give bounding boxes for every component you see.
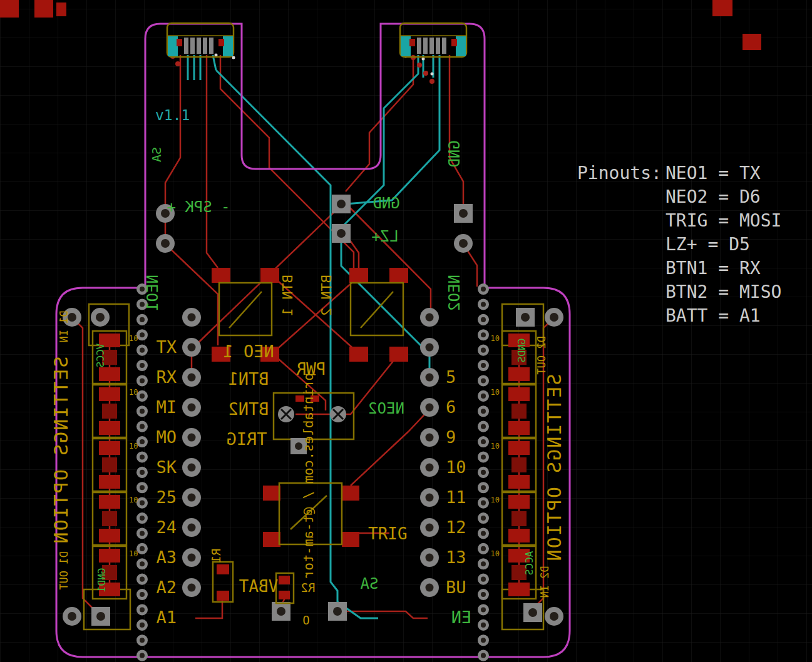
silk-o-mark: O [302, 613, 309, 627]
net-label-gnd-prong: GND [446, 140, 463, 167]
strip-value-label: 10 [129, 334, 138, 343]
pinouts-entry: TRIG = MOSI [666, 210, 781, 231]
net-label-neo2: NEO2 [446, 275, 463, 311]
pin-label-left: A3 [156, 547, 177, 567]
strip-value-label: 10 [129, 388, 138, 397]
net-label-spk: - SPK + [167, 198, 230, 216]
pin-label-right: 9 [446, 427, 456, 447]
net-label-accs: ACCS [523, 551, 535, 576]
net-label-gnds: GNDS [516, 339, 528, 363]
pinouts-entry: NEO2 = D6 [666, 186, 761, 207]
pin-label-right: 5 [446, 367, 456, 387]
pcb-editor-viewport: 10 10 10 10 10 [0, 0, 812, 662]
strip-value-label: 10 [491, 549, 500, 558]
pin-label-right: BU [446, 578, 466, 597]
silk-btn2-vert: BTN 2 [319, 275, 334, 316]
pinouts-entry: LZ+ = D5 [666, 234, 750, 255]
pin-label-right: 6 [446, 397, 456, 417]
pcb-canvas[interactable]: 10 10 10 10 10 [0, 0, 812, 662]
pin-label-left: 24 [156, 517, 177, 537]
pin-label-left: MI [156, 397, 177, 417]
net-label-vccs: VCCS [95, 344, 106, 368]
pin-label-left: A1 [156, 608, 177, 627]
pinouts-entry: BATT = A1 [666, 305, 761, 326]
pin-label-left: TX [156, 337, 177, 357]
silk-r1-label: R1 [209, 549, 223, 563]
silk-credit-label: printables.com / @t-am-tor [301, 373, 316, 579]
net-label-neo1: NEO1 [144, 275, 162, 311]
pinouts-entry: BTN2 = MISO [666, 282, 781, 302]
strip-value-label: 10 [491, 496, 500, 504]
pin-label-right: 13 [446, 547, 466, 567]
silk-trig-row: TRIG [226, 429, 267, 449]
strip-value-label: 10 [129, 442, 138, 451]
pin-label-left: MO [156, 427, 177, 447]
pin-label-left: 25 [156, 487, 177, 507]
silk-d2-out: D2 OUT [535, 336, 548, 374]
net-label-gnd1: GND1 [96, 568, 108, 593]
pinouts-entry: BTN1 = RX [666, 258, 761, 278]
silk-r2-label: R2 [301, 581, 316, 594]
strip-value-label: 10 [491, 442, 500, 451]
silk-btn1-vert: BTN 1 [280, 275, 296, 316]
silk-btn1-row: BTN1 [228, 369, 269, 389]
net-label-gnd: GND [373, 195, 399, 212]
strip-value-label: 10 [491, 334, 500, 343]
pin-label-left: RX [156, 367, 177, 387]
silk-settings-left: SETTINGS OPTION [50, 357, 72, 545]
silk-trig-right: TRIG [368, 524, 408, 543]
version-label: v1.1 [155, 107, 190, 123]
silk-neo1-row: NEO 1 [223, 342, 274, 361]
net-label-neo2-mid: NEO2 [368, 400, 404, 417]
pin-label-right: 11 [446, 487, 466, 507]
net-label-sa-top: SA [149, 147, 164, 162]
silk-btn2-row: BTN2 [228, 399, 269, 419]
pin-label-right: 12 [446, 517, 466, 537]
pinouts-entry: NEO1 = TX [666, 163, 761, 183]
silk-d1-in: D1 IN [58, 310, 70, 342]
pin-label-left: A2 [156, 578, 177, 597]
silk-settings-right: SETTINGS OPTION [543, 374, 565, 563]
strip-value-label: 10 [129, 496, 138, 504]
net-label-en: EN [451, 608, 472, 627]
pinouts-label: Pinouts: [577, 163, 662, 183]
silk-d1-out: D1 OUT [58, 551, 70, 589]
strip-value-label: 10 [129, 549, 138, 558]
net-label-lz: LZ+ [371, 228, 398, 245]
strip-value-label: 10 [491, 388, 500, 397]
silk-d2-in: D2 IN [538, 566, 551, 598]
pin-label-left: SK [156, 457, 177, 477]
net-label-sa-bottom: SA [360, 575, 378, 593]
silk-vbat-label: VBAT [239, 577, 278, 596]
pin-label-right: 10 [446, 457, 466, 477]
